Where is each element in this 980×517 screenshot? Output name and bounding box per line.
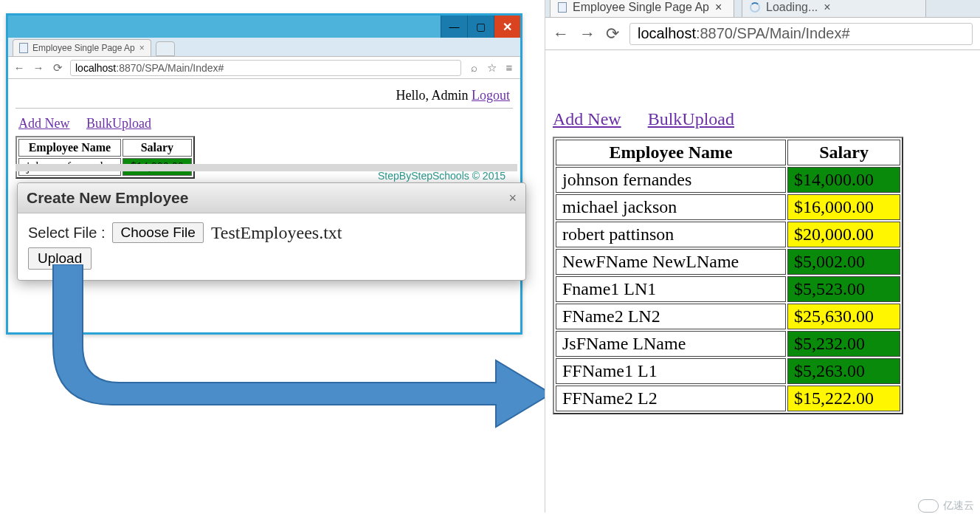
- col-salary: Salary: [787, 140, 900, 165]
- url-bar: ← → ⟳ localhost:8870/SPA/Main/Index# ⌕ ☆…: [8, 57, 520, 79]
- left-browser-window: — ▢ ✕ Employee Single Page Ap × ← → ⟳ lo…: [6, 13, 522, 335]
- table-row: FFName1 L1$5,263.00: [556, 358, 900, 384]
- right-browser-window: Employee Single Page Ap × Loading... × ←…: [545, 0, 980, 513]
- star-icon[interactable]: ☆: [485, 61, 498, 75]
- select-file-label: Select File :: [28, 225, 105, 242]
- tab-close-icon[interactable]: ×: [824, 1, 830, 14]
- add-new-link[interactable]: Add New: [553, 109, 621, 129]
- table-header-row: Employee Name Salary: [18, 139, 192, 157]
- cell-name: FName2 LN2: [556, 304, 786, 329]
- cloud-icon: [918, 499, 939, 513]
- loading-tab[interactable]: Loading... ×: [742, 0, 926, 17]
- spinner-icon: [750, 2, 760, 13]
- add-new-link[interactable]: Add New: [18, 116, 70, 131]
- cell-salary: $16,000.00: [787, 194, 900, 220]
- page-content-right: Add New BulkUpload Employee Name Salary …: [545, 50, 980, 422]
- table-row: johnson fernandes$14,000.00: [556, 167, 900, 193]
- table-row: JsFName LName$5,232.00: [556, 331, 900, 357]
- bulk-upload-link[interactable]: BulkUpload: [648, 109, 734, 129]
- create-employee-dialog: Create New Employee × Select File : Choo…: [17, 182, 526, 281]
- tab-title: Employee Single Page Ap: [573, 1, 709, 14]
- back-icon[interactable]: ←: [13, 61, 26, 75]
- col-name: Employee Name: [556, 140, 786, 165]
- page-icon: [19, 43, 28, 53]
- menu-icon[interactable]: ≡: [503, 61, 516, 75]
- tab-title: Loading...: [766, 1, 818, 14]
- cell-salary: $14,000.00: [787, 167, 900, 193]
- action-links: Add New BulkUpload: [15, 109, 513, 136]
- url-bar-right: ← → ⟳ localhost:8870/SPA/Main/Index#: [545, 18, 980, 50]
- url-host: localhost: [75, 62, 116, 74]
- cell-salary: $25,630.00: [787, 304, 900, 329]
- bulk-upload-link[interactable]: BulkUpload: [86, 116, 151, 131]
- new-tab-button[interactable]: [156, 41, 175, 56]
- footer-text: StepByStepSchools © 2015: [378, 170, 505, 182]
- cell-name: robert pattinson: [556, 222, 786, 247]
- cell-name: michael jackson: [556, 194, 786, 220]
- reload-icon[interactable]: ⟳: [51, 61, 64, 75]
- cell-name: Fname1 LN1: [556, 276, 786, 302]
- cell-name: FFName2 L2: [556, 386, 786, 411]
- col-salary: Salary: [122, 139, 192, 157]
- url-path: :8870/SPA/Main/Index#: [116, 62, 224, 74]
- browser-tab[interactable]: Employee Single Page Ap ×: [550, 0, 734, 17]
- cell-salary: $15,222.00: [787, 386, 900, 411]
- forward-icon[interactable]: →: [32, 61, 45, 75]
- window-maximize-button[interactable]: ▢: [467, 16, 494, 38]
- dialog-close-icon[interactable]: ×: [508, 191, 517, 206]
- reload-icon[interactable]: ⟳: [606, 24, 619, 44]
- table-row: FName2 LN2$25,630.00: [556, 304, 900, 329]
- col-name: Employee Name: [18, 139, 121, 157]
- address-input[interactable]: localhost:8870/SPA/Main/Index#: [70, 60, 461, 76]
- cell-salary: $5,002.00: [787, 249, 900, 275]
- table-header-row: Employee Name Salary: [556, 140, 900, 165]
- employee-table-right: Employee Name Salary johnson fernandes$1…: [553, 137, 903, 414]
- selected-filename: TestEmployees.txt: [211, 223, 342, 243]
- cell-salary: $5,263.00: [787, 358, 900, 384]
- url-host: localhost: [638, 25, 696, 42]
- watermark: 亿速云: [918, 499, 974, 513]
- window-titlebar: — ▢ ✕: [8, 16, 520, 38]
- header-row: Hello, Admin Logout: [15, 85, 513, 109]
- window-close-button[interactable]: ✕: [494, 16, 520, 38]
- tab-close-icon[interactable]: ×: [715, 1, 722, 14]
- cell-name: johnson fernandes: [556, 167, 786, 193]
- table-row: NewFName NewLName$5,002.00: [556, 249, 900, 275]
- search-icon[interactable]: ⌕: [467, 61, 480, 75]
- cell-name: JsFName LName: [556, 331, 786, 357]
- dialog-title: Create New Employee: [27, 189, 188, 207]
- greeting-text: Hello, Admin: [396, 88, 472, 103]
- forward-icon[interactable]: →: [579, 24, 596, 44]
- action-links-right: Add New BulkUpload: [553, 109, 973, 137]
- upload-button[interactable]: Upload: [28, 247, 92, 270]
- table-row: FFName2 L2$15,222.00: [556, 386, 900, 411]
- page-content-left: Hello, Admin Logout Add New BulkUpload E…: [8, 79, 520, 185]
- cell-name: FFName1 L1: [556, 358, 786, 384]
- cell-salary: $20,000.00: [787, 222, 900, 247]
- tab-title: Employee Single Page Ap: [32, 43, 135, 53]
- choose-file-button[interactable]: Choose File: [112, 222, 203, 243]
- window-minimize-button[interactable]: —: [441, 16, 467, 38]
- url-path: :8870/SPA/Main/Index#: [696, 25, 850, 42]
- tab-close-icon[interactable]: ×: [139, 43, 145, 53]
- cell-salary: $5,523.00: [787, 276, 900, 302]
- address-input[interactable]: localhost:8870/SPA/Main/Index#: [629, 23, 973, 45]
- browser-tab[interactable]: Employee Single Page Ap ×: [13, 39, 151, 56]
- table-row: robert pattinson$20,000.00: [556, 222, 900, 247]
- back-icon[interactable]: ←: [553, 24, 569, 44]
- employee-table-left: Employee Name Salary johnson fernandes$1…: [15, 136, 195, 179]
- cell-salary: $5,232.00: [787, 331, 900, 357]
- logout-link[interactable]: Logout: [472, 88, 510, 103]
- table-row: michael jackson$16,000.00: [556, 194, 900, 220]
- tab-strip-right: Employee Single Page Ap × Loading... ×: [545, 0, 980, 18]
- watermark-text: 亿速云: [943, 499, 974, 513]
- page-icon: [558, 2, 567, 13]
- dialog-titlebar[interactable]: Create New Employee ×: [18, 183, 525, 213]
- dialog-body: Select File : Choose File TestEmployees.…: [18, 213, 525, 280]
- table-row: Fname1 LN1$5,523.00: [556, 276, 900, 302]
- cell-name: NewFName NewLName: [556, 249, 786, 275]
- tab-strip: Employee Single Page Ap ×: [8, 38, 520, 57]
